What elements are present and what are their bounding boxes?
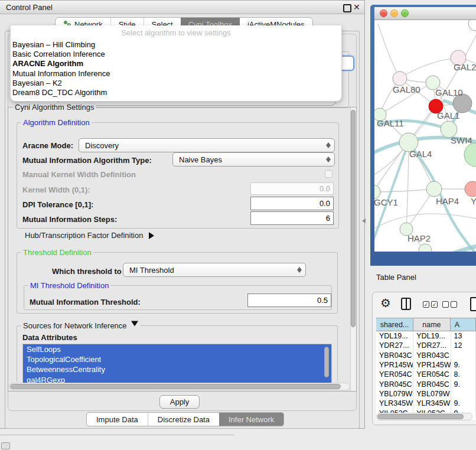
- node-big-green[interactable]: [464, 143, 476, 167]
- menu-item[interactable]: Bayesian – K2: [11, 79, 341, 88]
- list-item[interactable]: SelfLoops: [23, 344, 331, 354]
- node-label: HAP2: [407, 233, 431, 243]
- node-label: GAL80: [393, 84, 420, 94]
- sources-expander[interactable]: Sources for Network Inference: [21, 321, 140, 330]
- minimize-window-icon[interactable]: [390, 9, 398, 17]
- mi-threshold-field[interactable]: 0.5: [247, 294, 331, 307]
- gear-icon[interactable]: ⚙: [380, 297, 391, 309]
- which-threshold-value: MI Threshold: [127, 266, 294, 275]
- table-row[interactable]: YPR145WYPR145W9.: [376, 360, 476, 370]
- table-row[interactable]: YBR045CYBR045C9.: [376, 379, 476, 389]
- table-horizontal-scrollbar-thumb[interactable]: [377, 414, 464, 419]
- node-salmon[interactable]: [465, 181, 476, 197]
- table-row[interactable]: YDR27...YDR27...12: [376, 341, 476, 350]
- node-label: GCY1: [374, 197, 398, 207]
- node-unlabeled[interactable]: [468, 20, 476, 31]
- table-panel-title: Table Panel: [376, 273, 416, 282]
- tab-infer-network[interactable]: Infer Network: [219, 413, 283, 426]
- aracne-mode-combo[interactable]: Discovery: [79, 138, 335, 152]
- node-label: GAL4: [409, 149, 432, 159]
- network-canvas[interactable]: GAL2 GAL80 GAL10 GAL1 SWI4 GAL11 GAL4 HA…: [374, 20, 476, 252]
- table-header: shared... name A: [376, 318, 476, 331]
- node-label: GAL2: [454, 62, 476, 72]
- node-label: GAL1: [437, 110, 459, 120]
- manual-kernel-label: Manual Kernel Width Definition: [22, 170, 136, 179]
- algorithm-dropdown-placeholder: Select algorithm to view settings: [11, 25, 341, 40]
- control-panel-title: Control Panel: [0, 3, 53, 12]
- tab-discretize-data[interactable]: Discretize Data: [148, 413, 219, 426]
- mi-type-label: Mutual Information Algorithm Type:: [22, 156, 152, 165]
- list-item[interactable]: BetweennessCentrality: [23, 364, 331, 374]
- menu-item[interactable]: Mutual Information Inference: [11, 69, 341, 79]
- tab-impute-data[interactable]: Impute Data: [87, 413, 148, 426]
- combo-stepper-icon: [325, 142, 331, 149]
- settings-group-title: Cyni Algorithm Settings: [13, 103, 96, 112]
- menu-item[interactable]: Dream8 DC_TDC Algorithm: [11, 88, 341, 97]
- hub-expander[interactable]: Hub/Transcription Factor Definition: [25, 231, 158, 240]
- network-view-titlebar[interactable]: [374, 7, 476, 20]
- chevron-down-icon: [131, 321, 138, 330]
- table-row[interactable]: YDL19...YDL19...13: [376, 331, 476, 341]
- node-label: HAP4: [436, 196, 459, 206]
- dpi-tolerance-label: DPI Tolerance [0,1]:: [22, 200, 93, 209]
- manual-kernel-checkbox[interactable]: [325, 170, 332, 178]
- table-row[interactable]: YLR345WYLR345W9.: [376, 399, 476, 408]
- aracne-mode-label: Aracne Mode:: [22, 141, 73, 150]
- hub-expander-label: Hub/Transcription Factor Definition: [25, 231, 143, 240]
- menu-item-selected[interactable]: ARACNE Algorithm: [11, 59, 341, 69]
- close-window-icon[interactable]: ✕: [353, 4, 360, 10]
- mi-type-combo[interactable]: Naive Bayes: [172, 152, 335, 167]
- combo-stepper-icon: [296, 266, 302, 273]
- combo-stepper-icon: [325, 156, 331, 163]
- node-gal80[interactable]: [393, 71, 407, 86]
- kernel-width-field[interactable]: 0.0: [250, 182, 334, 195]
- apply-button[interactable]: Apply: [159, 395, 200, 409]
- mi-steps-label: Mutual Information Steps:: [22, 215, 117, 224]
- screen: Control Panel ✕ Network Style Select Cyn…: [0, 0, 476, 450]
- algorithm-dropdown-popup: Select algorithm to view settings Bayesi…: [10, 25, 342, 102]
- mi-steps-field[interactable]: 6: [250, 211, 334, 225]
- data-attributes-label: Data Attributes: [22, 333, 77, 342]
- attributes-list-scrollbar[interactable]: [324, 347, 329, 377]
- table-row[interactable]: YBL079WYBL079W: [376, 389, 476, 399]
- column-header-shared-name[interactable]: shared...: [376, 318, 413, 331]
- sources-group-title: Sources for Network Inference: [23, 321, 127, 330]
- node-label: GAL11: [377, 118, 404, 128]
- document-icon[interactable]: [470, 297, 476, 311]
- zoom-window-icon[interactable]: [401, 9, 409, 17]
- control-panel-titlebar[interactable]: Control Panel ✕: [0, 1, 364, 14]
- select-all-columns-icon[interactable]: ✓ ✓: [423, 301, 438, 308]
- float-window-icon[interactable]: [343, 4, 351, 12]
- node-label: SWI4: [451, 135, 472, 145]
- bottom-tabbar: Impute Data Discretize Data Infer Networ…: [86, 412, 284, 426]
- menu-item[interactable]: Bayesian – Hill Climbing: [11, 40, 341, 50]
- list-item[interactable]: TopologicalCoefficient: [23, 354, 331, 364]
- mi-type-value: Naive Bayes: [177, 155, 323, 164]
- collapsed-panel-icon[interactable]: [1, 442, 10, 449]
- table-body[interactable]: YDL19...YDL19...13 YDR27...YDR27...12 YB…: [376, 331, 476, 420]
- table-row[interactable]: YBR043CYBR043C: [376, 351, 476, 360]
- kernel-width-label: Kernel Width (0,1):: [22, 185, 90, 194]
- dpi-tolerance-field[interactable]: 0.0: [250, 197, 334, 210]
- close-window-icon[interactable]: [380, 9, 387, 17]
- data-attributes-list[interactable]: SelfLoops TopologicalCoefficient Between…: [22, 344, 332, 386]
- node-hap4[interactable]: [426, 181, 442, 197]
- mi-threshold-label: Mutual Information Threshold:: [30, 298, 141, 306]
- aracne-mode-value: Discovery: [83, 141, 323, 150]
- table-row[interactable]: YER054CYER054C8.: [376, 370, 476, 379]
- menu-item[interactable]: Basic Correlation Inference: [11, 50, 341, 59]
- split-columns-icon[interactable]: [401, 298, 411, 310]
- splitter-collapse-icon[interactable]: [360, 219, 366, 223]
- node-label: Y: [471, 196, 476, 206]
- bottom-divider: [0, 435, 234, 435]
- network-graph: GAL2 GAL80 GAL10 GAL1 SWI4 GAL11 GAL4 HA…: [374, 20, 476, 252]
- column-header-partial[interactable]: A: [451, 318, 476, 331]
- deselect-all-columns-icon[interactable]: [442, 301, 457, 308]
- settings-vertical-scrollbar-thumb[interactable]: [351, 110, 356, 327]
- which-threshold-combo[interactable]: MI Threshold: [123, 263, 306, 277]
- threshold-definition-title: Threshold Definition: [21, 248, 93, 257]
- column-header-name[interactable]: name: [413, 318, 451, 331]
- chevron-right-icon: [149, 232, 158, 239]
- mi-threshold-group-title: MI Threshold Definition: [28, 281, 110, 290]
- settings-horizontal-scrollbar-thumb[interactable]: [10, 384, 341, 389]
